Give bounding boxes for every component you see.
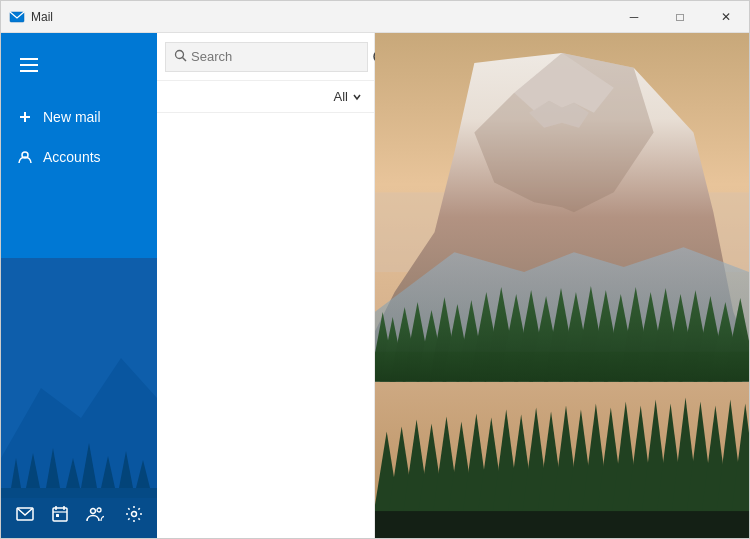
accounts-label: Accounts xyxy=(43,149,101,165)
mail-nav-icon xyxy=(16,505,34,523)
close-button[interactable]: ✕ xyxy=(703,1,749,33)
filter-all-label: All xyxy=(334,89,348,104)
hamburger-line-2 xyxy=(20,64,38,66)
svg-point-25 xyxy=(176,50,184,58)
app-body: New mail Accounts xyxy=(1,33,749,538)
svg-rect-89 xyxy=(375,511,749,538)
sidebar: New mail Accounts xyxy=(1,33,157,538)
new-mail-icon xyxy=(17,109,33,125)
mail-nav-button[interactable] xyxy=(9,496,40,532)
app-icon xyxy=(9,9,25,25)
minimize-button[interactable]: ─ xyxy=(611,1,657,33)
mail-list-panel: All xyxy=(157,33,375,538)
mail-list-content xyxy=(157,113,374,538)
search-input[interactable] xyxy=(191,49,359,64)
settings-button[interactable] xyxy=(118,496,149,532)
search-icon xyxy=(174,49,187,65)
hamburger-line-1 xyxy=(20,58,38,60)
svg-point-24 xyxy=(131,512,136,517)
new-mail-label: New mail xyxy=(43,109,101,125)
search-box[interactable] xyxy=(165,42,368,72)
accounts-item[interactable]: Accounts xyxy=(1,137,157,177)
title-bar: Mail ─ □ ✕ xyxy=(1,1,749,33)
people-nav-button[interactable] xyxy=(79,496,110,532)
svg-rect-17 xyxy=(53,508,67,521)
people-nav-icon xyxy=(86,505,104,523)
chevron-down-icon xyxy=(352,92,362,102)
calendar-nav-icon xyxy=(51,505,69,523)
settings-icon xyxy=(125,505,143,523)
svg-point-23 xyxy=(97,508,101,512)
landscape-svg xyxy=(375,33,749,538)
window-controls: ─ □ ✕ xyxy=(611,1,749,32)
hamburger-icon xyxy=(20,58,38,72)
mail-list-toolbar xyxy=(157,33,374,81)
hamburger-line-3 xyxy=(20,70,38,72)
accounts-icon xyxy=(17,149,33,165)
svg-rect-21 xyxy=(56,514,59,517)
new-mail-item[interactable]: New mail xyxy=(1,97,157,137)
title-bar-left: Mail xyxy=(9,9,53,25)
app-title: Mail xyxy=(31,10,53,24)
svg-line-26 xyxy=(183,57,187,61)
sidebar-top xyxy=(1,33,157,97)
sidebar-nav: New mail Accounts xyxy=(1,97,157,177)
svg-point-22 xyxy=(90,509,95,514)
maximize-button[interactable]: □ xyxy=(657,1,703,33)
mail-list-filter: All xyxy=(157,81,374,113)
content-panel xyxy=(375,33,749,538)
calendar-nav-button[interactable] xyxy=(44,496,75,532)
sidebar-bottom xyxy=(1,490,157,538)
filter-all-button[interactable]: All xyxy=(334,89,362,104)
search-icon-svg xyxy=(174,49,187,62)
hamburger-button[interactable] xyxy=(9,45,49,85)
